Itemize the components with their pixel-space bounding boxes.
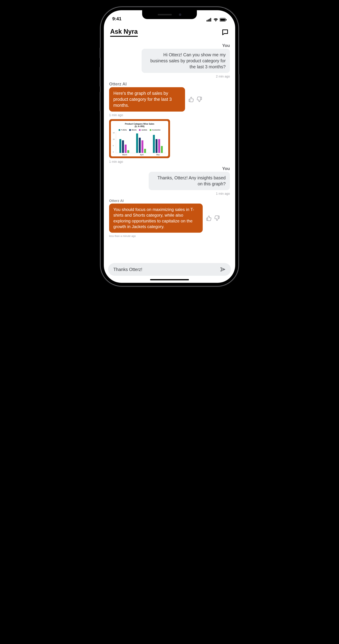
page-title: Ask Nyra [110,28,138,37]
cellular-icon [206,18,212,22]
svg-rect-5 [220,19,225,21]
bot-message: Here's the graph of sales by product cat… [109,87,185,112]
thumbs-down-icon[interactable] [196,96,202,102]
bot-message: You should focus on maximizing sales in … [109,204,203,233]
volume-up-button [100,67,101,86]
feedback-buttons [206,215,220,221]
power-button [238,74,240,104]
timestamp: less than a minute ago [109,234,230,238]
message-input-bar [108,263,231,276]
timestamp: 1 min ago [109,113,230,117]
svg-rect-2 [209,19,210,22]
phone-frame: 9:41 Ask Nyra You Hi Otterz! Can you sho… [101,7,238,286]
user-message: Thanks, Otterz! Any insights based on th… [149,172,230,190]
sender-label-bot: Otterz AI [109,82,230,86]
sender-label-you: You [109,43,230,48]
sender-label-you: You [109,166,230,171]
svg-rect-3 [210,18,211,22]
home-indicator[interactable] [150,279,189,280]
chart-title: Product Category Wise Sales ($, in 000) [112,123,167,128]
user-message: Hi Otterz! Can you show me my business s… [142,49,230,73]
side-button [100,48,101,58]
chat-area: You Hi Otterz! Can you show me my busine… [104,38,235,260]
send-icon[interactable] [220,266,226,272]
wifi-icon [213,18,218,22]
svg-rect-6 [226,19,226,20]
timestamp: 1 min ago [109,160,230,164]
sender-label-bot: Otterz AI [109,199,230,203]
svg-rect-1 [208,20,209,22]
feedback-buttons [188,96,202,102]
status-time: 9:41 [112,16,122,22]
svg-rect-0 [206,20,208,22]
message-input[interactable] [113,267,220,272]
chart-plot: 151050 [116,132,166,153]
volume-down-button [100,92,101,111]
chart-card[interactable]: Product Category Wise Sales ($, in 000) … [109,119,170,158]
timestamp: 2 min ago [109,75,230,78]
timestamp: 1 min ago [109,192,230,196]
device-notch [142,10,197,19]
chart-xlabels: MarchAprilMay [116,154,166,156]
battery-icon [220,18,227,22]
chart-legend: T-shirtsShortsJacketsAccesories [112,129,167,131]
thumbs-up-icon[interactable] [206,215,212,221]
thumbs-up-icon[interactable] [188,96,194,102]
chat-icon[interactable] [222,28,229,36]
thumbs-down-icon[interactable] [214,215,220,221]
